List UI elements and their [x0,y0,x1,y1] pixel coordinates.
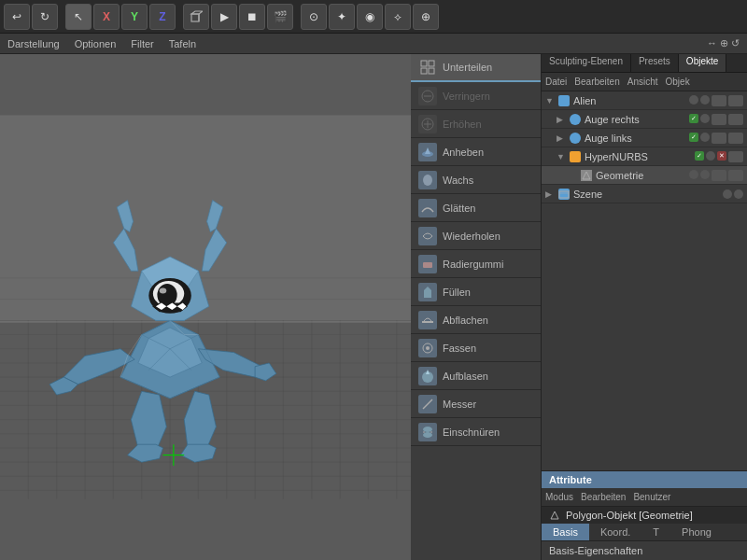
scene-menu-ansicht[interactable]: Ansicht [627,77,658,87]
attr-tab-koord[interactable]: Koord. [589,524,641,540]
ctrl-check-green2[interactable]: ✓ [689,133,698,142]
scene-top-tabs: Sculpting-Ebenen Presets Objekte [542,54,747,73]
verringern-icon [418,87,437,105]
axis-z-button[interactable]: Z [149,4,176,30]
ctrl-box2[interactable] [728,95,743,106]
eye-right-icon [570,114,581,125]
scene-panel: Sculpting-Ebenen Presets Objekte Datei B… [542,54,747,560]
wachs-icon [418,171,437,189]
ctrl-box8[interactable] [712,170,726,181]
tool-glatten[interactable]: Glätten [411,194,541,222]
tool-verringern[interactable]: Verringern [411,82,541,110]
svg-rect-74 [421,68,427,74]
attr-tab-t[interactable]: T [641,524,670,540]
geo-name: Geometrie [596,170,685,181]
tree-item-szene[interactable]: ▶ Szene [542,185,747,203]
attr-toolbar: Modus Bearbeiten Benutzer [542,488,747,507]
attr-tab-basis[interactable]: Basis [542,524,589,540]
tool-wiederholen[interactable]: Wiederholen [411,222,541,250]
ctrl-check-green[interactable]: ✓ [689,114,698,123]
tree-item-auge-links[interactable]: ▶ Auge links ✓ [542,129,747,147]
tab-objekte[interactable]: Objekte [679,54,726,72]
tool-wachs[interactable]: Wachs [411,166,541,194]
axis-x-button[interactable]: X [93,4,120,30]
camera-button[interactable]: ⊙ [301,4,327,30]
attr-tabs: Basis Koord. T Phong [542,524,747,541]
ctrl-dot6[interactable] [689,170,698,179]
undo-button[interactable]: ↩ [4,4,30,30]
tree-item-alien[interactable]: ▼ Alien [542,91,747,110]
ctrl-dot4[interactable] [700,133,710,142]
fullen-icon [418,283,437,301]
attr-tab-phong[interactable]: Phong [670,524,723,540]
ctrl-box4[interactable] [728,114,743,125]
attr-object-icon [549,510,560,521]
menu-filter[interactable]: Filter [131,38,153,49]
tree-item-auge-rechts[interactable]: ▶ Auge rechts ✓ [542,110,747,129]
viewport-3d[interactable] [0,54,411,560]
scene-menu-bearbeiten[interactable]: Bearbeiten [574,77,619,87]
alien-icon [558,95,570,106]
ctrl-x-red[interactable]: ✕ [717,151,726,161]
tab-sculpting-ebenen[interactable]: Sculpting-Ebenen [542,54,631,72]
ctrl-box3[interactable] [712,114,726,125]
ctrl-check-green3[interactable]: ✓ [695,151,704,161]
select-button[interactable]: ↖ [65,4,92,30]
tool-fullen[interactable]: Füllen [411,278,541,306]
scene-menu-datei[interactable]: Datei [545,77,567,87]
tool-einschnuren[interactable]: Einschnüren [411,418,541,446]
material-button[interactable]: ◉ [357,4,383,30]
attr-bearbeiten[interactable]: Bearbeiten [581,492,626,502]
ctrl-box7[interactable] [728,151,743,162]
tool-messer[interactable]: Messer [411,390,541,418]
svg-point-92 [423,432,432,438]
tool-aufblasen[interactable]: Aufblasen [411,362,541,390]
play-button[interactable]: ▶ [211,4,237,30]
ctrl-box1[interactable] [712,95,726,106]
object-tree: ▼ Alien ▶ Auge rechts ✓ [542,91,747,470]
ctrl-dot9[interactable] [734,189,743,199]
attr-content: Basis-Eigenschaften [542,541,747,560]
ctrl-dot5[interactable] [706,151,715,161]
tool-unterteilen[interactable]: Unterteilen [411,54,541,82]
ctrl-box9[interactable] [728,170,743,181]
add-button[interactable]: ⊕ [413,4,439,30]
svg-point-83 [423,175,432,186]
redo-button[interactable]: ↻ [32,4,58,30]
tree-item-geometrie[interactable]: Geometrie [542,166,747,185]
menu-optionen[interactable]: Optionen [75,38,117,49]
ctrl-box5[interactable] [712,133,726,144]
svg-rect-75 [429,68,434,74]
cube-button[interactable] [183,4,209,30]
light-button[interactable]: ✦ [329,4,355,30]
attr-header: Attribute [542,471,747,488]
tool-anheben[interactable]: Anheben [411,138,541,166]
ctrl-dot2[interactable] [700,95,710,105]
ctrl-dot7[interactable] [700,170,710,179]
ctrl-dot3[interactable] [700,114,710,123]
axis-y-button[interactable]: Y [121,4,148,30]
tool-erhohen[interactable]: Erhöhen [411,110,541,138]
svg-point-91 [423,427,432,432]
unterteilen-icon [418,58,437,77]
attr-benutzer[interactable]: Benutzer [633,492,670,502]
szene-name: Szene [573,189,719,200]
tool-radiergummi[interactable]: Radiergummi [411,250,541,278]
deform-button[interactable]: ⟡ [385,4,411,30]
attr-object-title: Polygon-Objekt [Geometrie] [542,507,747,524]
menu-darstellung[interactable]: Darstellung [7,38,60,49]
render-button[interactable]: 🎬 [267,4,293,30]
menu-tafeln[interactable]: Tafeln [169,38,196,49]
ctrl-box6[interactable] [728,133,743,144]
svg-point-87 [426,346,430,350]
stop-button[interactable]: ⏹ [239,4,265,30]
attr-modus[interactable]: Modus [545,492,573,502]
glatten-icon [418,199,437,217]
tree-item-hypernurbs[interactable]: ▼ HyperNURBS ✓ ✕ [542,147,747,166]
ctrl-dot8[interactable] [723,189,732,199]
tool-fassen[interactable]: Fassen [411,334,541,362]
scene-menu-objek[interactable]: Objek [666,77,690,87]
tool-abflachen[interactable]: Abflachen [411,306,541,334]
tab-presets[interactable]: Presets [631,54,679,72]
ctrl-dot[interactable] [689,95,698,105]
